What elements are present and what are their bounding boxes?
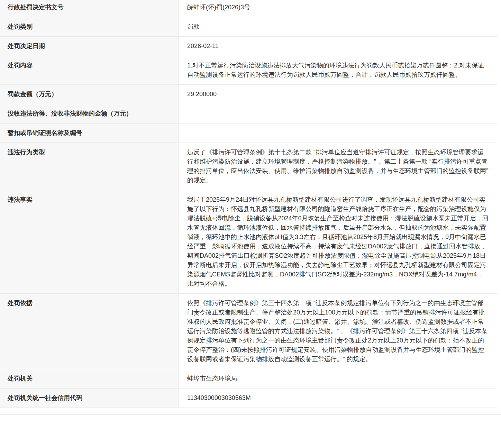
row-label-decision-number: 行政处罚决定书文号 <box>0 0 179 17</box>
table-row: 罚款金额（万元） 29.200000 <box>0 85 497 104</box>
row-label-confiscation-amount: 没收违法所得、没收非法财物的金额（万元） <box>0 104 179 123</box>
row-label-authority-credit-code: 处罚机关统一社会信用代码 <box>0 388 179 408</box>
row-value-fine-amount: 29.200000 <box>179 85 497 104</box>
row-value-penalty-content: 1.对不正常运行污染防治设施违法排放大气污染物的环境违法行为罚款人民币贰拾柒万贰… <box>179 56 497 84</box>
row-label-penalty-content: 处罚内容 <box>0 56 179 84</box>
row-label-violation-type: 违法行为类型 <box>0 143 179 190</box>
row-label-decision-date: 处罚决定日期 <box>0 37 179 56</box>
row-value-penalty-authority: 蚌埠市生态环境局 <box>179 369 497 388</box>
row-value-decision-number: 皖蚌环(怀)罚(2026)3号 <box>179 0 497 17</box>
table-row: 处罚类别 罚款 <box>0 17 497 37</box>
table-row: 处罚机关 蚌埠市生态环境局 <box>0 369 497 388</box>
row-label-fine-amount: 罚款金额（万元） <box>0 85 179 104</box>
row-value-violation-type: 违反了《排污许可管理条例》第十七条第二款 “排污单位应当遵守排污许可证规定，按照… <box>179 143 497 190</box>
table-row: 违法事实 我局于2025年9月24日对怀远县九孔桥新型建材有限公司进行了调查，发… <box>0 190 497 294</box>
row-value-violation-facts: 我局于2025年9月24日对怀远县九孔桥新型建材有限公司进行了调查，发现怀远县九… <box>179 190 497 293</box>
table-row: 处罚机关统一社会信用代码 11340300003030563M <box>0 388 497 408</box>
row-label-license-suspension: 暂扣或吊销证照名称及编号 <box>0 124 179 143</box>
penalty-decision-table: 行政处罚决定书文号 皖蚌环(怀)罚(2026)3号 处罚类别 罚款 处罚决定日期… <box>0 0 497 408</box>
table-row: 暂扣或吊销证照名称及编号 <box>0 124 497 143</box>
row-label-penalty-authority: 处罚机关 <box>0 369 179 388</box>
row-label-penalty-category: 处罚类别 <box>0 17 179 36</box>
row-value-confiscation-amount <box>179 104 497 123</box>
row-label-violation-facts: 违法事实 <box>0 190 179 293</box>
table-row: 处罚决定日期 2026-02-11 <box>0 37 497 56</box>
row-value-penalty-basis: 依照《排污许可管理条例》第三十四条第二项 “违反本条例规定排污单位有下列行为之一… <box>179 294 497 369</box>
table-row: 违法行为类型 违反了《排污许可管理条例》第十七条第二款 “排污单位应当遵守排污许… <box>0 143 497 190</box>
table-row: 处罚内容 1.对不正常运行污染防治设施违法排放大气污染物的环境违法行为罚款人民币… <box>0 56 497 85</box>
row-label-penalty-basis: 处罚依据 <box>0 294 179 369</box>
table-row: 处罚依据 依照《排污许可管理条例》第三十四条第二项 “违反本条例规定排污单位有下… <box>0 294 497 369</box>
row-value-decision-date: 2026-02-11 <box>179 37 497 56</box>
row-value-authority-credit-code: 11340300003030563M <box>179 388 497 408</box>
row-value-penalty-category: 罚款 <box>179 17 497 36</box>
bottom-divider <box>0 414 501 415</box>
table-row: 没收违法所得、没收非法财物的金额（万元） <box>0 104 497 124</box>
table-row: 行政处罚决定书文号 皖蚌环(怀)罚(2026)3号 <box>0 0 497 17</box>
row-value-license-suspension <box>179 124 497 143</box>
